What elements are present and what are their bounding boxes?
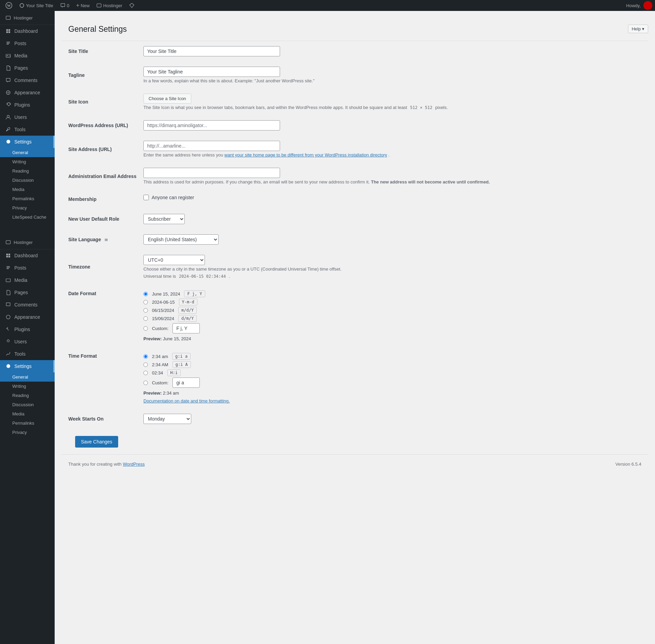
date-format-option-custom: Custom: bbox=[143, 323, 641, 333]
time-format-option-custom: Custom: bbox=[143, 378, 641, 388]
svg-rect-2 bbox=[97, 4, 101, 7]
tagline-input[interactable] bbox=[143, 67, 280, 77]
sidebar-item-tools[interactable]: Tools bbox=[0, 123, 55, 136]
comments-bar[interactable]: 0 bbox=[57, 0, 72, 11]
site-address-link[interactable]: want your site home page to be different… bbox=[224, 152, 387, 157]
sidebar-brand[interactable]: Hostinger bbox=[0, 11, 55, 25]
wp-address-input[interactable] bbox=[143, 120, 280, 131]
submit-section: Save Changes bbox=[68, 429, 641, 454]
date-format-row: Date Format June 15, 2024 F j, Y 2024-06… bbox=[68, 284, 641, 346]
submenu-item-discussion-2[interactable]: Discussion bbox=[0, 400, 55, 409]
sidebar-brand-2[interactable]: Hostinger bbox=[0, 235, 55, 249]
help-button[interactable]: Help ▾ bbox=[628, 25, 648, 33]
timezone-note: Universal time is 2024-06-15 02:34:44 . bbox=[143, 274, 641, 279]
date-format-label: Date Format bbox=[68, 284, 143, 346]
footer-wp-link[interactable]: WordPress bbox=[123, 462, 145, 467]
sidebar-item-settings[interactable]: Settings bbox=[0, 136, 55, 148]
time-format-radio-2[interactable] bbox=[143, 362, 148, 367]
date-format-custom-input[interactable] bbox=[172, 323, 200, 333]
time-format-custom-input[interactable] bbox=[172, 378, 200, 388]
page-title: General Settings bbox=[61, 18, 648, 34]
membership-check-label: Anyone can register bbox=[143, 195, 641, 200]
sidebar-item-appearance-2[interactable]: Appearance bbox=[0, 311, 55, 323]
date-format-option-1: June 15, 2024 F j, Y bbox=[143, 290, 641, 297]
sidebar-section-2: Hostinger Dashboard Posts Media Pages Co… bbox=[0, 235, 55, 437]
submenu-item-permalinks-2[interactable]: Permalinks bbox=[0, 419, 55, 428]
submenu-item-media[interactable]: Media bbox=[0, 185, 55, 194]
date-format-radio-1[interactable] bbox=[143, 292, 148, 296]
site-language-label: Site Language bbox=[68, 229, 143, 250]
site-language-cell: English (United States) bbox=[143, 229, 641, 250]
site-address-input[interactable] bbox=[143, 141, 280, 151]
wp-logo[interactable]: W bbox=[3, 0, 15, 11]
sidebar-item-comments-2[interactable]: Comments bbox=[0, 299, 55, 311]
time-format-docs: Documentation on date and time formattin… bbox=[143, 398, 641, 403]
site-title-input[interactable] bbox=[143, 46, 280, 56]
sidebar-item-pages-2[interactable]: Pages bbox=[0, 286, 55, 299]
sidebar-item-plugins-2[interactable]: Plugins bbox=[0, 323, 55, 335]
tagline-desc: In a few words, explain what this site i… bbox=[143, 78, 641, 83]
sidebar-item-comments[interactable]: Comments bbox=[0, 74, 55, 86]
date-format-radio-2[interactable] bbox=[143, 300, 148, 304]
settings-submenu: General Writing Reading Discussion Media… bbox=[0, 148, 55, 222]
membership-label: Membership bbox=[68, 190, 143, 209]
site-language-select[interactable]: English (United States) bbox=[143, 234, 219, 245]
date-format-radio-custom[interactable] bbox=[143, 326, 148, 331]
site-icon-button[interactable]: Choose a Site Icon bbox=[143, 94, 191, 104]
date-format-preview: Preview: June 15, 2024 bbox=[143, 336, 641, 341]
submenu-item-reading-2[interactable]: Reading bbox=[0, 391, 55, 400]
submenu-item-writing-2[interactable]: Writing bbox=[0, 382, 55, 391]
admin-email-input[interactable] bbox=[143, 168, 280, 178]
sidebar-item-posts[interactable]: Posts bbox=[0, 37, 55, 50]
timezone-select[interactable]: UTC+0 bbox=[143, 255, 205, 265]
save-changes-button[interactable]: Save Changes bbox=[75, 436, 118, 448]
new-role-select[interactable]: Subscriber Contributor Author Editor Adm… bbox=[143, 214, 185, 224]
time-format-docs-link[interactable]: Documentation on date and time formattin… bbox=[143, 398, 230, 403]
svg-rect-4 bbox=[6, 16, 11, 19]
submenu-item-media-2[interactable]: Media bbox=[0, 409, 55, 419]
time-format-radio-custom[interactable] bbox=[143, 381, 148, 385]
membership-checkbox[interactable] bbox=[143, 195, 149, 200]
submenu-item-privacy-2[interactable]: Privacy bbox=[0, 428, 55, 437]
sidebar-item-settings-2[interactable]: Settings bbox=[0, 360, 55, 372]
submenu-item-privacy[interactable]: Privacy bbox=[0, 203, 55, 213]
user-avatar[interactable] bbox=[643, 1, 652, 10]
svg-rect-9 bbox=[6, 241, 11, 244]
submenu-item-general[interactable]: General bbox=[0, 148, 55, 157]
sidebar-item-dashboard[interactable]: Dashboard bbox=[0, 25, 55, 37]
submenu-item-general-2[interactable]: General bbox=[0, 372, 55, 382]
sidebar-item-plugins[interactable]: Plugins bbox=[0, 99, 55, 111]
week-starts-select[interactable]: Monday Sunday Saturday bbox=[143, 414, 191, 424]
submenu-item-litespeed[interactable]: LiteSpeed Cache bbox=[0, 213, 55, 222]
sidebar-item-media-2[interactable]: Media bbox=[0, 274, 55, 286]
sidebar: Hostinger Dashboard Posts Media Pages Co… bbox=[0, 11, 55, 644]
submenu-item-discussion[interactable]: Discussion bbox=[0, 176, 55, 185]
time-format-radio-1[interactable] bbox=[143, 354, 148, 359]
admin-email-cell: This address is used for admin purposes.… bbox=[143, 163, 641, 190]
svg-point-11 bbox=[6, 315, 10, 319]
site-language-row: Site Language English (United States) bbox=[68, 229, 641, 250]
date-format-option-4: 15/06/2024 d/m/Y bbox=[143, 315, 641, 322]
svg-text:W: W bbox=[7, 3, 11, 8]
wp-diamond-bar[interactable] bbox=[126, 0, 137, 11]
sidebar-item-pages[interactable]: Pages bbox=[0, 62, 55, 74]
sidebar-item-users-2[interactable]: Users bbox=[0, 335, 55, 348]
time-format-row: Time Format 2:34 am g:i a 2:34 AM g:i A bbox=[68, 346, 641, 409]
site-icon-cell: Choose a Site Icon The Site Icon is what… bbox=[143, 88, 641, 115]
time-format-preview: Preview: 2:34 am bbox=[143, 390, 641, 396]
sidebar-item-tools-2[interactable]: Tools bbox=[0, 348, 55, 360]
submenu-item-permalinks[interactable]: Permalinks bbox=[0, 194, 55, 203]
date-format-radio-4[interactable] bbox=[143, 316, 148, 321]
sidebar-item-posts-2[interactable]: Posts bbox=[0, 262, 55, 274]
sidebar-item-media[interactable]: Media bbox=[0, 50, 55, 62]
new-content-bar[interactable]: + New bbox=[73, 0, 92, 11]
sidebar-item-users[interactable]: Users bbox=[0, 111, 55, 123]
site-name-bar[interactable]: Your Site Title bbox=[16, 0, 56, 11]
sidebar-item-dashboard-2[interactable]: Dashboard bbox=[0, 249, 55, 262]
submenu-item-writing[interactable]: Writing bbox=[0, 157, 55, 166]
date-format-radio-3[interactable] bbox=[143, 308, 148, 313]
submenu-item-reading[interactable]: Reading bbox=[0, 166, 55, 176]
sidebar-item-appearance[interactable]: Appearance bbox=[0, 86, 55, 99]
time-format-radio-3[interactable] bbox=[143, 371, 148, 375]
hostinger-bar[interactable]: Hostinger bbox=[94, 0, 125, 11]
